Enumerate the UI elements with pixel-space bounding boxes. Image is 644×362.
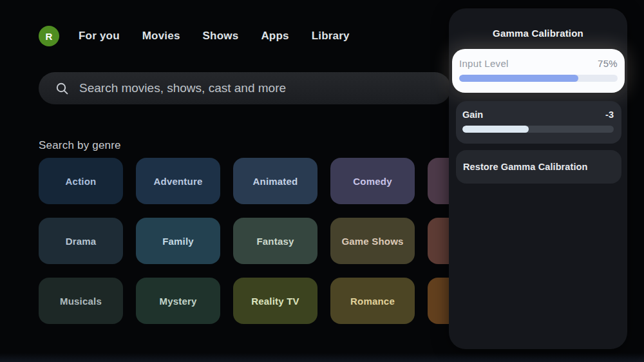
genre-tile-comedy[interactable]: Comedy bbox=[330, 158, 415, 204]
gain-slider-fill bbox=[462, 126, 529, 133]
gain-slider-card[interactable]: Gain -3 bbox=[456, 101, 621, 144]
profile-avatar[interactable]: R bbox=[39, 26, 59, 46]
genre-tile-family[interactable]: Family bbox=[136, 218, 220, 264]
gain-label-row: Gain -3 bbox=[462, 110, 614, 120]
screen-bottom-edge bbox=[0, 353, 644, 362]
search-icon bbox=[55, 82, 69, 95]
genre-tile-adventure[interactable]: Adventure bbox=[136, 158, 220, 204]
top-nav-tabs: For youMoviesShowsAppsLibrary bbox=[79, 30, 350, 43]
input-level-slider-track bbox=[459, 75, 618, 82]
input-level-value: 75% bbox=[598, 58, 618, 69]
input-level-label-row: Input Level 75% bbox=[459, 58, 618, 69]
input-level-label: Input Level bbox=[459, 58, 509, 69]
genre-section-heading: Search by genre bbox=[39, 139, 121, 152]
input-level-slider-fill bbox=[459, 75, 578, 82]
panel-title: Gamma Calibration bbox=[449, 28, 627, 39]
genre-tile-musicals[interactable]: Musicals bbox=[39, 278, 123, 324]
genre-grid: ActionAdventureAnimatedComedyDramaFamily… bbox=[39, 158, 512, 324]
gain-slider-track bbox=[462, 126, 614, 133]
input-level-slider-card[interactable]: Input Level 75% bbox=[452, 49, 625, 93]
genre-tile-mystery[interactable]: Mystery bbox=[136, 278, 220, 324]
search-bar[interactable] bbox=[39, 72, 451, 104]
search-input[interactable] bbox=[78, 81, 415, 96]
nav-tab-library[interactable]: Library bbox=[312, 30, 350, 43]
avatar-initial: R bbox=[46, 31, 53, 42]
nav-tab-apps[interactable]: Apps bbox=[261, 30, 289, 43]
tv-home-screen: R For youMoviesShowsAppsLibrary Search b… bbox=[0, 0, 644, 362]
genre-tile-romance[interactable]: Romance bbox=[330, 278, 415, 324]
nav-tab-for-you[interactable]: For you bbox=[79, 30, 120, 43]
genre-tile-drama[interactable]: Drama bbox=[39, 218, 123, 264]
gamma-calibration-panel: Gamma Calibration Input Level 75% Gain -… bbox=[449, 8, 627, 349]
genre-tile-action[interactable]: Action bbox=[39, 158, 123, 204]
nav-tab-shows[interactable]: Shows bbox=[203, 30, 239, 43]
nav-tab-movies[interactable]: Movies bbox=[142, 30, 180, 43]
genre-tile-animated[interactable]: Animated bbox=[233, 158, 317, 204]
gain-value: -3 bbox=[605, 110, 614, 120]
gain-label: Gain bbox=[462, 110, 483, 120]
genre-tile-game-shows[interactable]: Game Shows bbox=[330, 218, 415, 264]
genre-tile-reality-tv[interactable]: Reality TV bbox=[233, 278, 317, 324]
restore-gamma-button[interactable]: Restore Gamma Calibration bbox=[456, 150, 621, 184]
restore-gamma-label: Restore Gamma Calibration bbox=[463, 162, 587, 172]
genre-tile-fantasy[interactable]: Fantasy bbox=[233, 218, 317, 264]
